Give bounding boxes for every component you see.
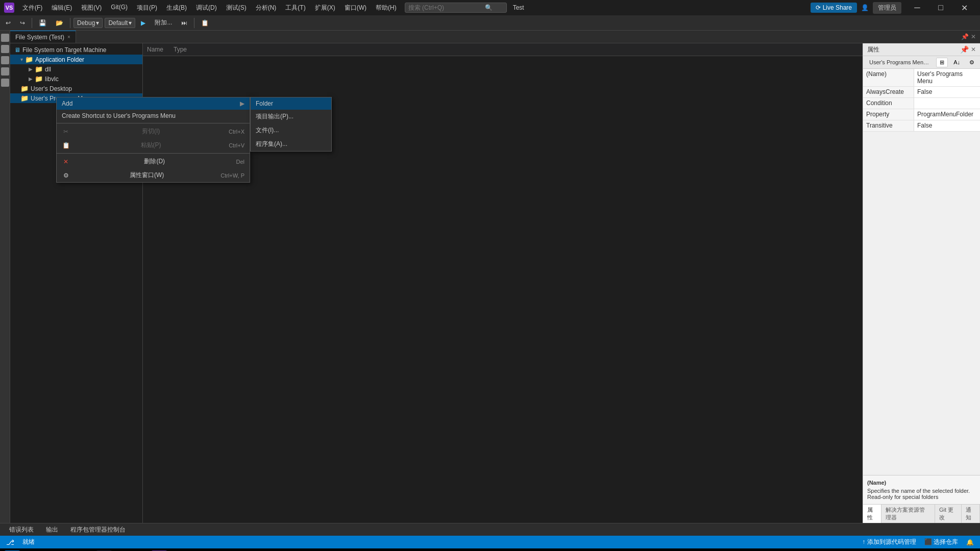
menu-test[interactable]: 测试(S) [222,3,251,13]
editor-header: Name Type [143,43,863,56]
tree-app-folder-label: Application Folder [35,56,84,63]
search-box[interactable]: 🔍 [405,3,507,13]
menu-debug[interactable]: 调试(D) [192,3,221,13]
step-over[interactable]: ⏭ [178,18,191,28]
admin-button[interactable]: 管理员 [873,2,901,14]
live-share-icon: ⟳ [816,4,821,11]
props-title: 属性 [867,45,879,54]
ctx-properties[interactable]: ⚙ 属性窗口(W) Ctrl+W, P [57,168,250,182]
prop-value-property: ProgramMenuFolder [914,109,980,120]
ctx-add-label: Add [62,100,72,107]
menu-git[interactable]: Git(G) [107,3,132,13]
ctx-delete-label: 删除(D) [144,157,165,166]
activity-bar [0,31,10,523]
close-button[interactable]: ✕ [952,0,976,15]
menu-tools[interactable]: 工具(T) [281,3,309,13]
menu-analyze[interactable]: 分析(N) [252,3,281,13]
props-btab-git[interactable]: Git 更改 [935,505,962,523]
tab-bar: File System (Test) × 📌 ✕ [10,31,980,43]
project-title: Test [513,4,524,11]
live-share-button[interactable]: ⟳ Live Share [811,3,857,13]
activity-icon-1[interactable] [1,34,9,42]
status-right: ↑ 添加到源代码管理 ⬛ 选择仓库 🔔 [860,538,976,546]
ctx-add[interactable]: Add ▶ [57,97,250,110]
debug-config-dropdown[interactable]: Debug ▾ [74,18,103,28]
minimize-button[interactable]: ─ [905,0,929,15]
props-btab-notify[interactable]: 通知 [962,505,980,523]
bottom-tab-package[interactable]: 程序包管理器控制台 [65,524,131,535]
props-settings-btn[interactable]: ⚙ [966,58,978,67]
filesys-tab[interactable]: File System (Test) × [10,31,76,43]
toolbar-save[interactable]: 💾 [35,18,50,28]
submenu-assembly[interactable]: 程序集(A)... [251,137,331,151]
ctx-create-shortcut[interactable]: Create Shortcut to User's Programs Menu [57,110,250,122]
panel-pin[interactable]: 📌 [961,33,969,40]
props-pin-btn[interactable]: 📌 [960,45,969,54]
menu-project[interactable]: 项目(P) [133,3,161,13]
menu-bar[interactable]: 文件(F) 编辑(E) 视图(V) Git(G) 项目(P) 生成(B) 调试(… [18,3,401,13]
expand-icon: ▾ [20,57,23,62]
props-btab-solution[interactable]: 解决方案资源管理器 [881,505,935,523]
folder-icon-desktop: 📁 [20,85,29,92]
search-input[interactable] [408,4,485,11]
person-icon: 👤 [861,4,869,11]
props-description: (Name) Specifies the name of the selecte… [863,475,980,504]
submenu-file[interactable]: 文件(I)... [251,123,331,137]
status-bell[interactable]: 🔔 [964,539,976,546]
delete-icon: ✕ [62,158,70,165]
prop-label-condition: Condition [863,98,914,109]
solution-explorer[interactable]: 📋 [198,18,212,28]
tree-desktop[interactable]: 📁 User's Desktop [10,84,142,93]
menu-extensions[interactable]: 扩展(X) [311,3,339,13]
submenu-project-output[interactable]: 项目输出(P)... [251,110,331,123]
ctx-paste-icon: 📋 [62,142,70,149]
properties-panel: 属性 📌 ✕ User's Programs Menu File Install… [863,43,980,523]
toolbar-undo[interactable]: ↩ [2,18,14,28]
menu-build[interactable]: 生成(B) [162,3,191,13]
attach-button[interactable]: 附加... [151,17,176,29]
platform-dropdown[interactable]: Default ▾ [105,18,135,28]
ctx-properties-label: 属性窗口(W) [130,171,164,180]
props-btab-properties[interactable]: 属性 [863,505,881,523]
prop-row-name: (Name) User's Programs Menu [863,69,980,87]
tree-app-folder[interactable]: ▾ 📁 Application Folder [10,55,142,64]
props-rows: (Name) User's Programs Menu AlwaysCreate… [863,69,980,132]
bottom-tab-output[interactable]: 输出 [41,524,63,535]
props-close-btn[interactable]: ✕ [971,46,976,53]
tree-root[interactable]: 🖥 File System on Target Machine [10,45,142,55]
activity-icon-5[interactable] [1,79,9,87]
toolbar-sep2 [70,18,70,28]
submenu-folder[interactable]: Folder [251,97,331,110]
ctx-delete[interactable]: ✕ 删除(D) Del [57,155,250,168]
menu-view[interactable]: 视图(V) [77,3,106,13]
menu-window[interactable]: 窗口(W) [340,3,371,13]
bottom-tab-errors[interactable]: 错误列表 [4,524,39,535]
title-bar: VS 文件(F) 编辑(E) 视图(V) Git(G) 项目(P) 生成(B) … [0,0,980,15]
tree-dll[interactable]: ▶ 📁 dll [10,64,142,74]
prop-value-transitive: False [914,120,980,131]
menu-help[interactable]: 帮助(H) [372,3,401,13]
props-sort-btn[interactable]: A↓ [950,58,964,67]
activity-icon-3[interactable] [1,56,9,64]
status-select-repo[interactable]: ⬛ 选择仓库 [922,538,960,546]
status-git-icon[interactable]: ⎇ [4,538,16,546]
run-button[interactable]: ▶ [137,18,149,28]
panel-close[interactable]: ✕ [971,33,976,40]
activity-icon-4[interactable] [1,67,9,76]
tab-close-btn[interactable]: × [67,34,70,40]
toolbar-redo[interactable]: ↪ [16,18,29,28]
activity-icon-2[interactable] [1,45,9,53]
toolbar-open[interactable]: 📂 [52,18,67,28]
tree-libvlc[interactable]: ▶ 📁 libvlc [10,74,142,84]
col-name: Name [147,46,163,53]
props-grid-btn[interactable]: ⊞ [936,58,948,67]
status-add-source[interactable]: ↑ 添加到源代码管理 [860,538,918,546]
vs-logo: VS [4,3,14,13]
menu-edit[interactable]: 编辑(E) [47,3,76,13]
props-bottom-tabs: 属性 解决方案资源管理器 Git 更改 通知 [863,504,980,523]
prop-row-alwayscreate: AlwaysCreate False [863,87,980,98]
maximize-button[interactable]: □ [929,0,952,15]
prop-value-alwayscreate: False [914,87,980,97]
menu-file[interactable]: 文件(F) [18,3,46,13]
prop-row-transitive: Transitive False [863,120,980,132]
